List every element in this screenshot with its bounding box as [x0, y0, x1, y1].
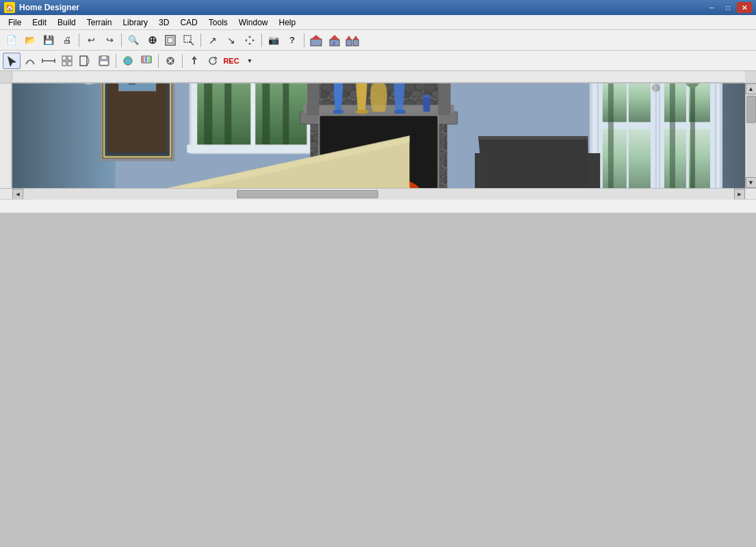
- svg-marker-196: [478, 136, 589, 189]
- tb-dropdown[interactable]: ▼: [241, 53, 259, 69]
- svg-point-102: [333, 109, 343, 114]
- tb-paint[interactable]: [138, 53, 155, 69]
- ruler-corner: [0, 71, 12, 83]
- zoom-in-button[interactable]: ⊕: [143, 32, 161, 49]
- svg-rect-18: [101, 56, 107, 59]
- tb-floorplan[interactable]: [307, 32, 325, 49]
- open-button[interactable]: 📂: [21, 32, 39, 49]
- svg-rect-13: [68, 56, 72, 60]
- svg-rect-1: [168, 38, 173, 43]
- menu-terrain[interactable]: Terrain: [81, 16, 118, 29]
- toolbar-separator: [304, 34, 304, 47]
- menu-edit[interactable]: Edit: [27, 16, 52, 29]
- svg-point-104: [355, 109, 369, 114]
- svg-rect-152: [690, 83, 695, 188]
- svg-rect-8: [353, 40, 359, 46]
- zoom-fit-button[interactable]: [161, 32, 179, 49]
- tb-dimension[interactable]: [40, 53, 57, 69]
- tb-door[interactable]: [77, 53, 94, 69]
- svg-rect-114: [120, 83, 155, 90]
- svg-rect-148: [608, 83, 614, 188]
- tb-arrow-up[interactable]: [185, 53, 203, 69]
- menu-window[interactable]: Window: [233, 16, 274, 29]
- svg-rect-112: [108, 83, 166, 153]
- zoom-out-button[interactable]: 🔍: [125, 32, 142, 49]
- toolbar-separator: [261, 34, 262, 47]
- undo-button[interactable]: ↩: [82, 32, 100, 49]
- 3d-viewport: [12, 83, 745, 188]
- left-ruler: [0, 83, 12, 188]
- tb-camera[interactable]: 📷: [265, 32, 283, 49]
- scroll-up-arrow[interactable]: ▲: [746, 83, 757, 94]
- svg-point-105: [394, 109, 406, 114]
- redo-button[interactable]: ↪: [101, 32, 118, 49]
- print-button[interactable]: 🖨: [58, 32, 76, 49]
- scroll-down-arrow[interactable]: ▼: [746, 177, 757, 188]
- toolbar-separator: [158, 54, 159, 68]
- svg-rect-94: [307, 83, 319, 115]
- svg-rect-95: [439, 83, 451, 115]
- svg-marker-197: [478, 136, 588, 139]
- tb-rotate[interactable]: [204, 53, 222, 69]
- menu-library[interactable]: Library: [117, 16, 153, 29]
- toolbar-separator: [79, 34, 79, 47]
- svg-rect-16: [80, 56, 87, 66]
- tb-arrow2[interactable]: ↘: [222, 32, 240, 49]
- tb-save2[interactable]: [95, 53, 113, 69]
- svg-rect-80: [283, 83, 289, 146]
- menu-3d[interactable]: 3D: [153, 16, 174, 29]
- tb-pan[interactable]: [241, 32, 259, 49]
- viewport-row: ▲ ▼: [0, 83, 756, 188]
- tb-3dview[interactable]: [326, 32, 343, 49]
- save-button[interactable]: 💾: [40, 32, 57, 49]
- toolbar-1: 📄 📂 💾 🖨 ↩ ↪ 🔍 ⊕ ↗ ↘ 📷 ?: [0, 30, 756, 51]
- menu-cad[interactable]: CAD: [174, 16, 203, 29]
- tb-arc[interactable]: [21, 53, 39, 69]
- svg-rect-116: [129, 83, 135, 84]
- toolbar-separator: [182, 54, 183, 68]
- svg-rect-15: [68, 62, 72, 66]
- svg-rect-83: [250, 83, 254, 146]
- close-button[interactable]: ✕: [737, 2, 752, 13]
- app-icon: 🏠: [4, 2, 15, 13]
- menu-build[interactable]: Build: [52, 16, 81, 29]
- tb-move[interactable]: [161, 53, 179, 69]
- vertical-scroll-thumb[interactable]: [746, 96, 756, 123]
- tb-select[interactable]: [3, 53, 21, 69]
- svg-rect-85: [187, 145, 320, 153]
- svg-line-3: [190, 41, 194, 45]
- svg-rect-133: [603, 83, 627, 122]
- svg-marker-199: [588, 153, 600, 188]
- maximize-button[interactable]: □: [720, 2, 735, 13]
- svg-marker-39: [12, 83, 115, 188]
- svg-rect-19: [100, 61, 108, 65]
- scroll-left-arrow[interactable]: ◄: [12, 189, 23, 200]
- tb-rec[interactable]: REC: [222, 53, 240, 69]
- svg-rect-107: [423, 96, 430, 111]
- menu-help[interactable]: Help: [273, 16, 301, 29]
- ruler-top-right: [745, 71, 756, 83]
- menu-bar: File Edit Build Terrain Library 3D CAD T…: [0, 15, 756, 30]
- minimize-button[interactable]: ─: [704, 2, 719, 13]
- tb-arrow1[interactable]: ↗: [204, 32, 222, 49]
- horizontal-scroll-track: [23, 189, 734, 200]
- svg-rect-23: [145, 57, 147, 62]
- menu-file[interactable]: File: [3, 16, 27, 29]
- svg-rect-0: [166, 36, 175, 45]
- new-button[interactable]: 📄: [3, 32, 21, 49]
- tb-overview[interactable]: [344, 32, 362, 49]
- tb-help[interactable]: ?: [283, 32, 301, 49]
- title-bar: 🏠 Home Designer ─ □ ✕: [0, 0, 756, 15]
- svg-rect-76: [224, 83, 231, 146]
- toolbar-separator: [200, 34, 201, 47]
- tb-material[interactable]: [119, 53, 137, 69]
- svg-rect-78: [262, 83, 270, 146]
- horizontal-scroll-thumb[interactable]: [237, 190, 379, 198]
- room-scene: [12, 83, 745, 188]
- tb-grid[interactable]: [58, 53, 76, 69]
- menu-tools[interactable]: Tools: [203, 16, 233, 29]
- top-ruler: // Ruler ticks will be drawn via JS belo…: [12, 71, 745, 83]
- zoom-region-button[interactable]: [180, 32, 198, 49]
- scroll-right-arrow[interactable]: ►: [734, 189, 745, 200]
- toolbar-2: REC ▼: [0, 51, 756, 71]
